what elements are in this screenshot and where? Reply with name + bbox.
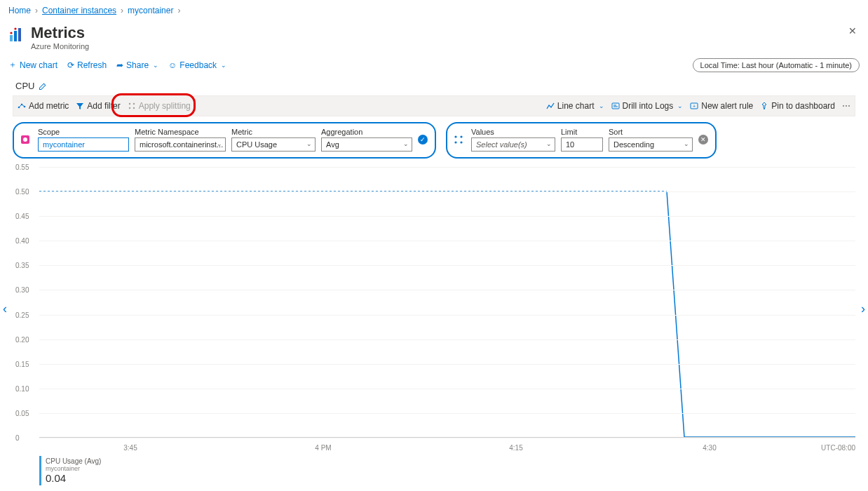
chart-toolbar: Add metric Add filter Apply splitting Li…	[13, 95, 855, 116]
chart-title: CPU	[15, 81, 34, 91]
legend-value: 0.04	[46, 472, 101, 484]
page-title: Metrics	[31, 24, 89, 42]
logs-icon	[611, 102, 620, 110]
sort-label: Sort	[609, 128, 693, 136]
refresh-label: Refresh	[77, 60, 107, 70]
y-tick-label: 0.05	[15, 409, 29, 417]
namespace-dropdown[interactable]: microsoft.containerinst...⌄	[135, 137, 226, 152]
values-label: Values	[471, 128, 555, 136]
sort-dropdown[interactable]: Descending⌄	[609, 137, 693, 152]
splitting-icon	[128, 102, 136, 110]
x-tick-label: 3:45	[123, 444, 137, 452]
scope-label: Scope	[38, 128, 129, 136]
y-tick-label: 0	[15, 434, 20, 442]
aggregation-dropdown[interactable]: Avg⌄	[321, 137, 412, 152]
page-header: Metrics Azure Monitoring ✕	[0, 21, 868, 56]
svg-point-4	[14, 27, 16, 29]
scope-picker[interactable]: mycontainer	[38, 137, 129, 152]
legend-metric: CPU Usage (Avg)	[46, 457, 101, 465]
chevron-right-icon: ›	[35, 6, 38, 15]
share-button[interactable]: ➦ Share ⌄	[116, 60, 158, 70]
y-tick-label: 0.25	[15, 311, 29, 318]
drill-logs-label: Drill into Logs	[623, 101, 674, 111]
chart-title-row: CPU	[0, 78, 868, 95]
timezone-label: UTC-08:00	[821, 444, 855, 452]
plus-icon: ＋	[8, 59, 17, 71]
apply-splitting-button[interactable]: Apply splitting	[128, 101, 191, 111]
svg-point-16	[23, 137, 27, 142]
chevron-down-icon: ⌄	[599, 102, 604, 109]
metric-label: Metric	[231, 128, 316, 136]
drill-into-logs-button[interactable]: Drill into Logs ⌄	[611, 101, 684, 111]
new-chart-button[interactable]: ＋ New chart	[8, 59, 57, 71]
svg-rect-12	[612, 103, 619, 109]
y-tick-label: 0.55	[15, 163, 29, 171]
y-tick-label: 0.20	[15, 335, 29, 343]
svg-point-10	[129, 107, 130, 109]
smile-icon: ☺	[168, 60, 177, 70]
add-metric-icon	[18, 102, 26, 110]
feedback-button[interactable]: ☺ Feedback ⌄	[168, 60, 226, 70]
pin-to-dashboard-button[interactable]: Pin to dashboard	[760, 101, 835, 111]
plot-area[interactable]	[39, 167, 855, 438]
svg-point-20	[460, 141, 462, 143]
close-button[interactable]: ✕	[848, 25, 857, 36]
more-options-button[interactable]: ⋯	[842, 101, 850, 111]
pin-label: Pin to dashboard	[771, 101, 835, 111]
aggregation-value: Avg	[326, 140, 339, 149]
breadcrumb-mycontainer[interactable]: mycontainer	[128, 6, 173, 15]
resource-icon	[20, 134, 31, 145]
aggregation-label: Aggregation	[321, 128, 412, 136]
refresh-button[interactable]: ⟳ Refresh	[67, 60, 107, 70]
share-icon: ➦	[116, 60, 123, 70]
chevron-right-icon: ›	[177, 6, 180, 15]
time-range-picker[interactable]: Local Time: Last hour (Automatic - 1 min…	[693, 58, 860, 72]
breadcrumb-container-instances[interactable]: Container instances	[42, 6, 116, 15]
limit-value: 10	[566, 140, 574, 149]
add-metric-button[interactable]: Add metric	[18, 101, 69, 111]
svg-point-3	[10, 32, 12, 34]
limit-label: Limit	[561, 128, 603, 136]
chevron-down-icon: ⌄	[677, 102, 683, 109]
y-tick-label: 0.15	[15, 360, 29, 368]
metric-confirm-badge[interactable]: ✓	[418, 135, 428, 144]
line-chart-icon	[546, 102, 555, 110]
chart-type-dropdown[interactable]: Line chart ⌄	[546, 101, 604, 111]
x-tick-label: 4:15	[509, 444, 522, 452]
svg-point-11	[133, 107, 135, 109]
y-tick-label: 0.40	[15, 237, 29, 245]
pencil-icon	[39, 82, 47, 90]
y-tick-label: 0.50	[15, 188, 29, 196]
metric-selector-pill: Scope mycontainer Metric Namespace micro…	[13, 122, 436, 159]
chevron-right-icon: ›	[121, 6, 123, 15]
edit-title-button[interactable]	[39, 82, 47, 90]
new-alert-rule-button[interactable]: + New alert rule	[690, 101, 753, 111]
breadcrumb-home[interactable]: Home	[8, 6, 31, 15]
add-filter-button[interactable]: Add filter	[76, 101, 120, 111]
namespace-value: microsoft.containerinst...	[140, 140, 223, 149]
legend-resource: mycontainer	[46, 465, 101, 472]
chart-legend[interactable]: CPU Usage (Avg) mycontainer 0.04	[39, 456, 105, 485]
filter-icon	[76, 102, 84, 110]
chevron-down-icon: ⌄	[153, 62, 158, 69]
chevron-down-icon: ⌄	[217, 140, 222, 147]
x-tick-label: 4:30	[703, 444, 716, 452]
query-config-row: Scope mycontainer Metric Namespace micro…	[13, 122, 855, 159]
refresh-icon: ⟳	[67, 60, 74, 70]
svg-point-19	[454, 141, 456, 143]
next-chart-arrow[interactable]: ›	[861, 302, 865, 316]
values-dropdown[interactable]: Select value(s)⌄	[471, 137, 555, 152]
metric-value: CPU Usage	[236, 140, 277, 149]
chevron-down-icon: ⌄	[221, 62, 226, 69]
splitting-remove-badge[interactable]: ✕	[698, 135, 708, 144]
x-tick-label: 4 PM	[315, 444, 331, 452]
chart-type-label: Line chart	[557, 101, 595, 111]
metric-dropdown[interactable]: CPU Usage⌄	[231, 137, 316, 152]
y-tick-label: 0.30	[15, 286, 29, 294]
svg-point-8	[129, 103, 130, 105]
new-chart-label: New chart	[20, 60, 57, 70]
split-icon	[453, 134, 464, 145]
limit-input[interactable]: 10	[561, 137, 603, 152]
prev-chart-arrow[interactable]: ‹	[3, 302, 7, 316]
add-filter-label: Add filter	[87, 101, 120, 111]
